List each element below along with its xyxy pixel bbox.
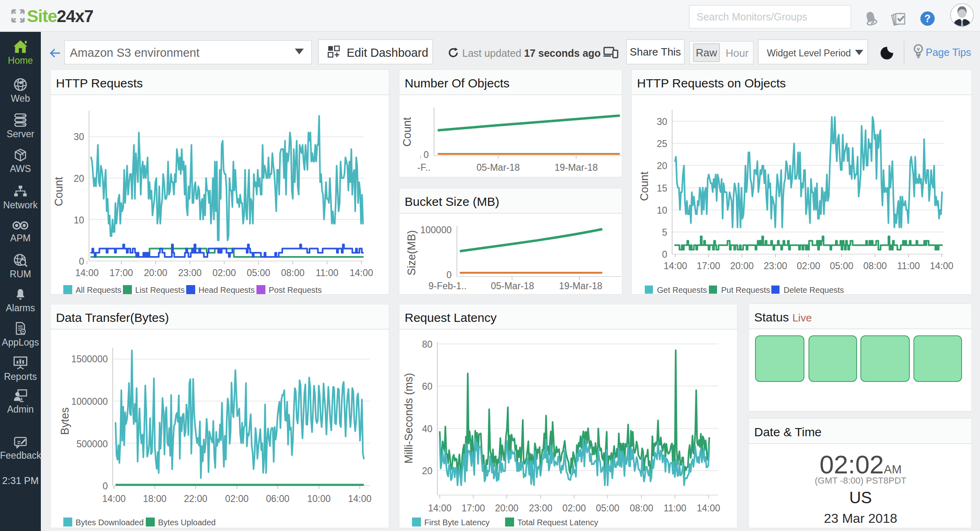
svg-text:60: 60 — [422, 381, 432, 392]
svg-text:14:00: 14:00 — [75, 268, 99, 278]
svg-text:02:00: 02:00 — [225, 493, 249, 504]
svg-text:14:00: 14:00 — [930, 261, 953, 271]
svg-text:11:00: 11:00 — [316, 268, 339, 278]
svg-text:17:00: 17:00 — [109, 268, 133, 278]
svg-text:Total Request Latency: Total Request Latency — [517, 518, 598, 527]
svg-text:15: 15 — [657, 183, 667, 194]
svg-text:Bytes Downloaded: Bytes Downloaded — [76, 518, 144, 527]
svg-text:Put Requests: Put Requests — [721, 286, 770, 295]
svg-text:0: 0 — [102, 481, 108, 491]
svg-text:06:00: 06:00 — [266, 493, 290, 504]
svg-text:25: 25 — [657, 138, 667, 149]
svg-text:20:00: 20:00 — [144, 268, 167, 278]
svg-text:23:00: 23:00 — [178, 268, 202, 278]
svg-text:20:00: 20:00 — [495, 503, 519, 513]
svg-text:Count: Count — [638, 171, 650, 201]
svg-text:9-Feb-1..: 9-Feb-1.. — [428, 281, 466, 291]
svg-text:First Byte Latency: First Byte Latency — [424, 518, 490, 527]
svg-text:500000: 500000 — [76, 439, 108, 449]
svg-text:Head Requests: Head Requests — [198, 286, 255, 295]
svg-text:23:00: 23:00 — [529, 503, 552, 513]
svg-text:10: 10 — [74, 215, 84, 225]
svg-text:22:00: 22:00 — [184, 493, 207, 504]
svg-text:Bytes Uploaded: Bytes Uploaded — [158, 518, 216, 527]
svg-text:0: 0 — [79, 256, 84, 267]
svg-text:0: 0 — [446, 270, 452, 280]
svg-text:08:00: 08:00 — [281, 268, 305, 278]
svg-text:100000: 100000 — [420, 225, 452, 235]
svg-text:80: 80 — [422, 339, 432, 350]
svg-text:Bytes: Bytes — [59, 407, 71, 435]
svg-text:02:00: 02:00 — [562, 503, 586, 513]
svg-text:-F..: -F.. — [417, 162, 430, 173]
svg-text:05-Mar-18: 05-Mar-18 — [491, 281, 534, 291]
svg-text:14:00: 14:00 — [428, 503, 452, 513]
svg-text:14:00: 14:00 — [697, 503, 720, 513]
svg-text:0: 0 — [662, 249, 667, 260]
svg-text:Count: Count — [53, 176, 65, 206]
svg-text:18:00: 18:00 — [143, 493, 167, 504]
svg-text:List Requests: List Requests — [135, 286, 185, 295]
svg-text:02:00: 02:00 — [212, 268, 236, 278]
svg-text:17:00: 17:00 — [461, 503, 485, 513]
svg-text:All Requests: All Requests — [76, 286, 121, 295]
svg-text:08:00: 08:00 — [863, 261, 887, 271]
svg-text:20:00: 20:00 — [730, 261, 754, 271]
svg-text:14:00: 14:00 — [664, 261, 687, 271]
svg-text:11:00: 11:00 — [897, 261, 920, 271]
svg-text:Count: Count — [401, 117, 413, 147]
svg-text:Size(MB): Size(MB) — [405, 230, 418, 275]
svg-text:1500000: 1500000 — [71, 354, 108, 364]
svg-text:10: 10 — [657, 205, 667, 216]
svg-text:30: 30 — [657, 116, 667, 127]
svg-text:Milli-Seconds (ms): Milli-Seconds (ms) — [403, 373, 415, 464]
svg-text:20: 20 — [422, 466, 432, 476]
svg-text:17:00: 17:00 — [697, 261, 720, 271]
svg-text:14:00: 14:00 — [348, 493, 372, 504]
svg-text:5: 5 — [662, 227, 667, 238]
svg-text:19-Mar-18: 19-Mar-18 — [555, 162, 598, 173]
svg-text:Delete Requests: Delete Requests — [784, 286, 844, 295]
svg-text:08:00: 08:00 — [630, 503, 653, 513]
svg-text:05:00: 05:00 — [830, 261, 853, 271]
svg-text:Post Requests: Post Requests — [269, 286, 322, 295]
svg-text:0: 0 — [423, 149, 429, 160]
svg-text:30: 30 — [74, 132, 84, 142]
svg-text:02:00: 02:00 — [797, 261, 820, 271]
svg-text:20: 20 — [657, 161, 667, 171]
svg-text:14:00: 14:00 — [350, 268, 373, 278]
svg-text:05-Mar-18: 05-Mar-18 — [477, 162, 520, 173]
svg-text:11:00: 11:00 — [664, 503, 686, 513]
svg-text:23:00: 23:00 — [764, 261, 787, 271]
svg-text:05:00: 05:00 — [247, 268, 270, 278]
svg-text:1000000: 1000000 — [71, 396, 108, 407]
svg-text:20: 20 — [74, 173, 84, 184]
svg-text:40: 40 — [422, 424, 432, 434]
svg-text:Get Requests: Get Requests — [657, 286, 707, 295]
svg-text:05:00: 05:00 — [596, 503, 619, 513]
svg-text:10:00: 10:00 — [307, 493, 331, 504]
svg-text:14:00: 14:00 — [102, 493, 126, 504]
svg-text:19-Mar-18: 19-Mar-18 — [559, 281, 602, 291]
